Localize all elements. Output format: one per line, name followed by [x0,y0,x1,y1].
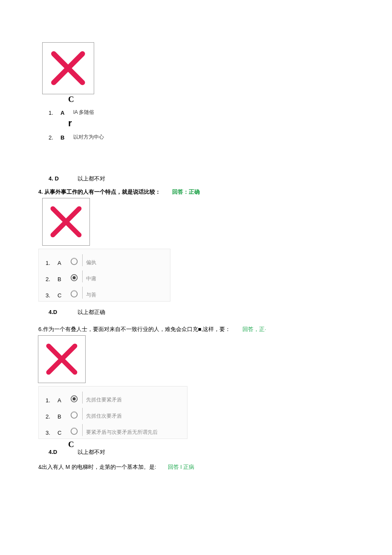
radio-unchecked-icon[interactable] [69,257,79,266]
q6-options-card: 1. A 先抓住要紧矛盾 2. B 先抓住次要矛盾 3. C [38,386,187,439]
q4-option-a[interactable]: 1. A 偏执 [41,252,167,268]
document-page: C 1. A lA 多随俗 r 2. B 以对方为中心 4. D 以上都不对 4… [0,0,392,499]
q6-option-b[interactable]: 2. B 先抓住次要矛盾 [41,405,184,421]
q4-option-d: 4.D 以上都正确 [38,308,354,316]
divider [82,270,83,282]
radio-checked-icon[interactable] [69,394,79,404]
option-text: 偏执 [84,259,96,266]
stem-text: 4. 从事外事工作的人有一个特点，就是说话比较： [38,189,161,195]
glyph-c: C [68,440,83,448]
option-number: 3. [46,430,58,436]
q4-stem: 4. 从事外事工作的人有一个特点，就是说话比较： 回答：正确 [38,189,354,196]
svg-point-6 [72,276,75,279]
q6-glyph-row: C [38,442,354,459]
option-text: 以上都不对 [78,175,105,182]
q6-stem: 6.作为一个有叠人士，要面对来自不一致行业的人，难免会众口充■,这样，要： 回答… [38,325,354,333]
question-6: 6.作为一个有叠人士，要面对来自不一致行业的人，难免会众口充■,这样，要： 回答… [38,325,354,456]
svg-point-13 [71,428,78,435]
q3-option-d: 4. D 以上都不对 [38,175,354,183]
stem-text: &出入有人 M 的电梯时，走第的一个基本加。是: [38,464,156,470]
divider [82,287,83,299]
option-text: 先抓住要紧矛盾 [84,396,122,404]
q4-option-c[interactable]: 3. C 与善 [41,284,167,300]
x-icon [48,48,88,88]
option-number: 3. [46,292,58,299]
answer-label: 回答，正· [242,326,266,332]
divider [82,392,83,404]
option-text: 先抓住次要矛盾 [84,413,122,420]
q4-option-b[interactable]: 2. B 中庸 [41,268,167,284]
x-icon [48,203,84,240]
q3-option-a-row: C [38,97,354,113]
divider [82,254,83,266]
glyph-r: r [68,119,83,128]
divider [82,408,83,420]
option-label: 4. D [49,175,76,182]
q3-option-b-row: r [38,122,354,138]
option-letter: A [58,260,69,266]
error-x-box [43,43,94,94]
svg-point-11 [72,397,75,400]
glyph-c: C [68,95,83,103]
option-letter: C [58,292,69,299]
option-text: 要紧矛盾与次要矛盾无所谓先后 [84,429,158,436]
option-letter: B [58,276,69,282]
radio-unchecked-icon[interactable] [69,289,79,299]
divider [82,424,83,436]
question-4: 4. 从事外事工作的人有一个特点，就是说话比较： 回答：正确 1. A 偏执 2… [38,189,354,316]
option-number: 1. [46,260,58,266]
answer-label: 回答：正确 [172,189,200,195]
option-letter: A [58,397,69,404]
option-text: 与善 [84,291,96,299]
radio-unchecked-icon[interactable] [69,410,79,420]
radio-checked-icon[interactable] [69,273,79,282]
option-text: 以上都正确 [78,309,105,315]
q6-option-a[interactable]: 1. A 先抓住要紧矛盾 [41,389,184,405]
error-x-box [43,198,89,245]
option-text: 中庸 [84,275,96,282]
x-icon [43,341,80,378]
question-3: C 1. A lA 多随俗 r 2. B 以对方为中心 4. D 以上都不对 [38,43,354,183]
q8-stem: &出入有人 M 的电梯时，走第的一个基本加。是: 回答 I 正病 [38,464,354,471]
svg-point-7 [71,291,78,297]
svg-point-12 [71,412,78,418]
option-number: 2. [46,413,58,420]
radio-unchecked-icon[interactable] [69,427,79,436]
option-number: 1. [46,397,58,404]
error-x-box [38,336,85,383]
answer-label: 回答 I 正病 [168,464,194,470]
option-number: 2. [46,276,58,282]
q6-option-c[interactable]: 3. C 要紧矛盾与次要矛盾无所谓先后 [41,421,184,438]
q4-options-card: 1. A 偏执 2. B 中庸 3. C [38,249,170,302]
question-8: &出入有人 M 的电梯时，走第的一个基本加。是: 回答 I 正病 [38,464,354,471]
svg-point-4 [71,259,78,265]
option-label: 4.D [49,309,76,315]
option-letter: C [58,430,69,436]
stem-text: 6.作为一个有叠人士，要面对来自不一致行业的人，难免会众口充■,这样，要： [38,326,231,332]
option-letter: B [58,413,69,420]
